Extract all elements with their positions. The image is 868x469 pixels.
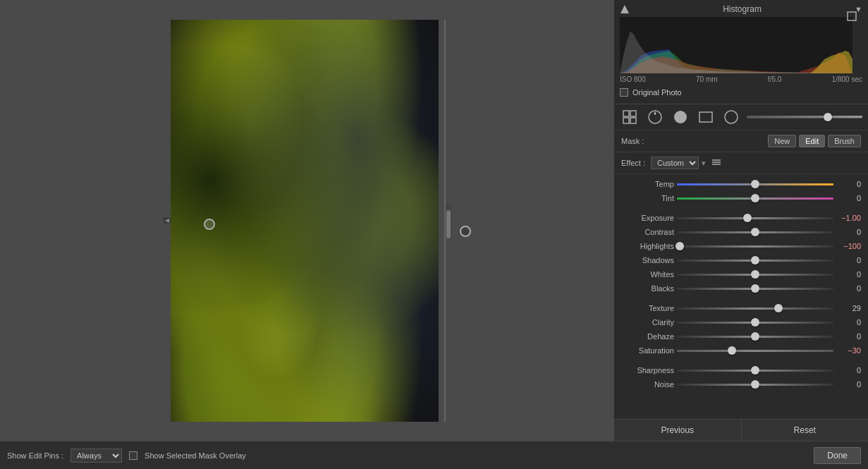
svg-rect-3 xyxy=(623,111,629,116)
focal-length-value: 70 mm xyxy=(696,75,718,83)
shadows-slider[interactable] xyxy=(677,255,833,265)
exposure-value: −1.00 xyxy=(836,214,861,222)
contrast-label: Contrast xyxy=(621,228,674,236)
iso-value: ISO 800 xyxy=(620,75,646,83)
temp-slider[interactable] xyxy=(677,179,833,189)
new-mask-button[interactable]: New xyxy=(768,135,796,147)
tint-value: 0 xyxy=(836,194,861,202)
left-panel-handle[interactable]: ◀ xyxy=(164,217,171,224)
reset-button[interactable]: Reset xyxy=(742,420,869,441)
tint-label: Tint xyxy=(621,194,674,202)
shutter-value: 1/800 sec xyxy=(832,75,862,83)
saturation-label: Saturation xyxy=(621,346,674,355)
canvas-scrollbar[interactable] xyxy=(446,203,451,238)
svg-marker-0 xyxy=(621,5,629,13)
histogram-title: Histogram xyxy=(723,4,762,14)
svg-rect-5 xyxy=(623,118,629,123)
shadows-slider-row: Shadows 0 xyxy=(614,253,868,267)
saturation-value: −30 xyxy=(836,346,861,355)
mask-label: Mask : xyxy=(621,137,644,145)
edit-mask-button[interactable]: Edit xyxy=(799,135,825,147)
svg-point-12 xyxy=(725,111,738,123)
mask-row: Mask : New Edit Brush xyxy=(614,130,868,152)
temp-label: Temp xyxy=(621,180,674,188)
noise-slider-row: Noise 0 xyxy=(614,377,868,391)
dehaze-label: Dehaze xyxy=(621,332,674,341)
exposure-slider-row: Exposure −1.00 xyxy=(614,211,868,225)
tint-slider[interactable] xyxy=(677,193,833,203)
done-button[interactable]: Done xyxy=(814,447,861,464)
grid-tool-icon[interactable] xyxy=(620,109,640,126)
circle-tool-icon[interactable] xyxy=(721,109,741,126)
shadows-label: Shadows xyxy=(621,256,674,264)
tool-feather-slider[interactable] xyxy=(747,116,862,118)
svg-rect-4 xyxy=(630,111,636,116)
saturation-slider[interactable] xyxy=(677,346,833,355)
tools-row xyxy=(614,104,868,130)
contrast-slider-row: Contrast 0 xyxy=(614,225,868,239)
pins-select[interactable]: Always Auto Never Selected xyxy=(71,449,122,463)
noise-label: Noise xyxy=(621,380,674,389)
noise-value: 0 xyxy=(836,380,861,389)
temp-slider-row: Temp 0 xyxy=(614,177,868,191)
effect-menu-icon[interactable] xyxy=(711,157,721,169)
dehaze-slider-row: Dehaze 0 xyxy=(614,329,868,343)
mask-pin-1[interactable] xyxy=(204,219,215,230)
show-pins-label: Show Edit Pins : xyxy=(7,451,63,460)
contrast-value: 0 xyxy=(836,228,861,236)
blacks-slider-row: Blacks 0 xyxy=(614,281,868,296)
original-photo-label: Original Photo xyxy=(632,88,682,97)
texture-slider-row: Texture 29 xyxy=(614,301,868,315)
blacks-value: 0 xyxy=(836,284,861,293)
effect-select[interactable]: Custom xyxy=(651,157,699,169)
radial-tool-icon[interactable] xyxy=(645,109,665,126)
right-panel: Histogram ▼ xyxy=(614,0,868,441)
effect-dropdown-arrow: ▾ xyxy=(702,159,706,168)
highlights-label: Highlights xyxy=(621,242,674,250)
histogram-canvas xyxy=(620,17,852,73)
histogram-clip-icon[interactable] xyxy=(847,11,857,21)
effect-row: Effect : Custom ▾ xyxy=(614,152,868,174)
highlights-slider[interactable] xyxy=(677,241,833,251)
highlights-slider-row: Highlights −100 xyxy=(614,239,868,253)
show-overlay-checkbox[interactable] xyxy=(129,451,137,460)
photo-container xyxy=(171,20,439,422)
whites-slider[interactable] xyxy=(677,269,833,279)
clarity-slider[interactable] xyxy=(677,317,833,327)
rect-tool-icon[interactable] xyxy=(696,109,716,126)
canvas-area: ◀ xyxy=(0,0,614,441)
exposure-label: Exposure xyxy=(621,214,674,222)
dehaze-value: 0 xyxy=(836,332,861,341)
histogram-warning-icon[interactable] xyxy=(620,4,630,14)
clarity-label: Clarity xyxy=(621,318,674,327)
histogram-meta: ISO 800 70 mm f/5.0 1/800 sec xyxy=(620,73,862,85)
blacks-label: Blacks xyxy=(621,284,674,293)
texture-label: Texture xyxy=(621,304,674,312)
photo-divider xyxy=(444,20,446,422)
blacks-slider[interactable] xyxy=(677,284,833,293)
canvas-scrollbar-thumb[interactable] xyxy=(446,210,451,238)
texture-slider[interactable] xyxy=(677,303,833,313)
noise-slider[interactable] xyxy=(677,379,833,389)
svg-rect-6 xyxy=(630,118,636,123)
exposure-slider[interactable] xyxy=(677,213,833,223)
sliders-section: Temp 0 Tint 0 xyxy=(614,174,868,419)
texture-value: 29 xyxy=(836,304,861,312)
aperture-value: f/5.0 xyxy=(768,75,781,83)
histogram-section: Histogram ▼ xyxy=(614,0,868,104)
svg-point-10 xyxy=(674,111,687,123)
mask-pin-2[interactable] xyxy=(460,226,471,237)
sharpness-slider-row: Sharpness 0 xyxy=(614,363,868,377)
contrast-slider[interactable] xyxy=(677,227,833,237)
original-photo-row: Original Photo xyxy=(620,85,862,99)
brush-mask-button[interactable]: Brush xyxy=(828,135,861,147)
brush-tool-icon[interactable] xyxy=(671,109,690,126)
whites-slider-row: Whites 0 xyxy=(614,267,868,281)
dehaze-slider[interactable] xyxy=(677,331,833,341)
effect-label: Effect : xyxy=(621,159,645,167)
svg-rect-2 xyxy=(848,12,856,20)
original-photo-checkbox[interactable] xyxy=(620,88,628,97)
previous-button[interactable]: Previous xyxy=(614,420,742,441)
tint-slider-row: Tint 0 xyxy=(614,191,868,205)
sharpness-slider[interactable] xyxy=(677,365,833,375)
